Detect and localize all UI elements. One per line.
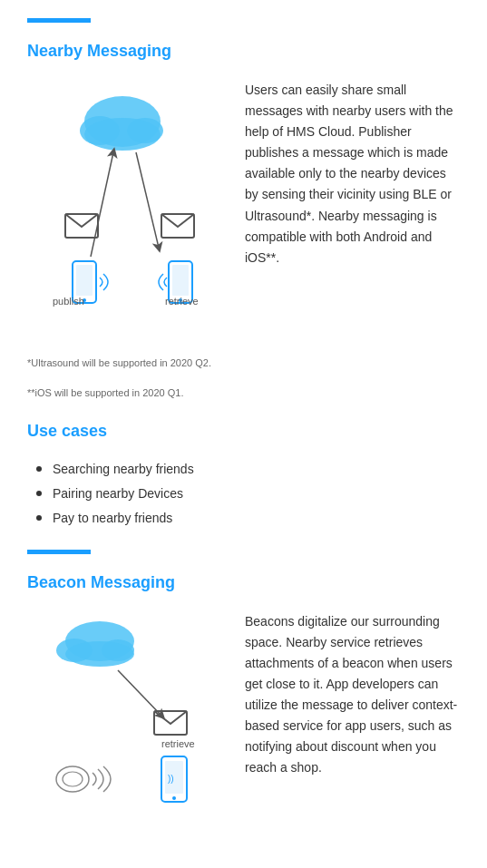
svg-point-3 [84, 118, 161, 151]
nearby-cloud-diagram: publish retrieve [27, 80, 218, 352]
svg-text:retrieve: retrieve [165, 296, 199, 307]
nearby-footnotes: *Ultrasound will be supported in 2020 Q2… [27, 356, 227, 401]
use-case-label-3: Pay to nearby friends [53, 509, 172, 528]
svg-point-26 [172, 796, 176, 800]
svg-line-5 [136, 152, 159, 248]
svg-text:)): )) [168, 774, 174, 784]
svg-rect-9 [76, 265, 93, 296]
use-case-item-1: Searching nearby friends [36, 460, 460, 479]
svg-point-19 [65, 641, 134, 667]
beacon-messaging-content: retrieve )) [27, 611, 460, 869]
use-case-label-2: Pairing nearby Devices [53, 484, 183, 503]
use-cases-section: Use cases Searching nearby friends Pairi… [27, 419, 460, 528]
nearby-diagram-svg: publish retrieve [27, 80, 218, 343]
nearby-messaging-title: Nearby Messaging [27, 39, 460, 63]
nearby-messaging-diagram: publish retrieve *Ultrasound will be sup… [27, 80, 227, 401]
nearby-footnote-1: *Ultrasound will be supported in 2020 Q2… [27, 356, 227, 371]
nearby-footnote-2: **iOS will be supported in 2020 Q1. [27, 385, 227, 401]
use-case-label-1: Searching nearby friends [53, 460, 194, 479]
nearby-messaging-content: publish retrieve *Ultrasound will be sup… [27, 80, 460, 401]
svg-rect-12 [172, 265, 189, 296]
beacon-diagram-svg: retrieve )) [27, 611, 218, 838]
svg-point-22 [56, 766, 89, 792]
bullet-3 [36, 515, 42, 521]
beacon-diagram-svg-container: retrieve )) [27, 611, 218, 865]
svg-point-23 [63, 772, 83, 786]
section-divider [27, 550, 91, 554]
beacon-messaging-title: Beacon Messaging [27, 571, 460, 595]
top-accent-bar [27, 18, 91, 23]
svg-line-20 [118, 670, 161, 716]
retrieve-label: retrieve [161, 738, 195, 749]
use-case-item-3: Pay to nearby friends [36, 509, 460, 528]
use-case-item-2: Pairing nearby Devices [36, 484, 460, 503]
use-cases-title: Use cases [27, 419, 460, 444]
bullet-1 [36, 466, 42, 472]
bullet-2 [36, 491, 42, 496]
beacon-messaging-description: Beacons digitalize our surrounding space… [245, 611, 460, 779]
use-cases-list: Searching nearby friends Pairing nearby … [27, 460, 460, 528]
nearby-messaging-description: Users can easily share small messages wi… [245, 80, 460, 268]
svg-line-4 [91, 152, 113, 257]
beacon-messaging-diagram: retrieve )) [27, 611, 227, 869]
svg-text:publish: publish [53, 296, 84, 307]
